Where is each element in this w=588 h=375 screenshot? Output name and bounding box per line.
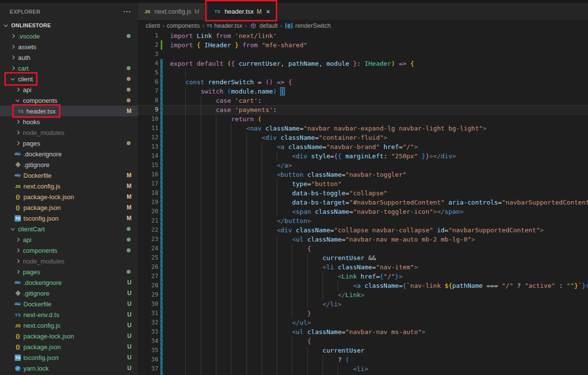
- code-line-24[interactable]: 24 {: [138, 244, 588, 253]
- code-token: [360, 282, 364, 289]
- indent-guide: [292, 262, 292, 272]
- tree-item-package-lock.json[interactable]: {}package-lock.jsonM: [0, 191, 138, 202]
- code-line-25[interactable]: 25 currentUser &&: [138, 253, 588, 262]
- indent-guide: [201, 142, 201, 151]
- close-icon[interactable]: ×: [266, 8, 270, 15]
- tree-item-.vscode[interactable]: .vscode: [0, 31, 138, 41]
- code-line-32[interactable]: 32 </ul>: [138, 318, 588, 327]
- tree-item-next-env.d.ts[interactable]: TSnext-env.d.tsU: [0, 309, 138, 320]
- code-line-8[interactable]: 8 case 'cart':: [138, 96, 588, 105]
- indent-guide: [201, 179, 201, 188]
- tree-item-next.config.js[interactable]: JSnext.config.jsM: [0, 181, 138, 191]
- code-line-14[interactable]: 14 <div style={{ marginLeft: "250px" }}>…: [138, 151, 588, 161]
- code-token: const: [185, 78, 204, 86]
- code-line-29[interactable]: 29 </Link>: [138, 290, 588, 300]
- tree-item-node_modules[interactable]: node_modules: [0, 127, 138, 138]
- code-line-17[interactable]: 17 type="button": [138, 179, 588, 188]
- code-line-2[interactable]: 2import { IHeader } from "mfe-shared": [138, 40, 588, 50]
- tree-item-node_modules[interactable]: node_modules: [0, 256, 138, 266]
- tree-item-package.json[interactable]: {}package.jsonU: [0, 341, 138, 352]
- code-token: </: [277, 162, 285, 169]
- tree-item-pages[interactable]: pages: [0, 138, 138, 149]
- code-line-3[interactable]: 3: [138, 50, 588, 59]
- code-line-9[interactable]: 9 case 'payments':: [138, 105, 588, 114]
- code-line-22[interactable]: 22 <div className="collapse navbar-colla…: [138, 225, 588, 235]
- code-line-4[interactable]: 4export default ({ currentUser, pathName…: [138, 59, 588, 68]
- tree-item-next.config.js[interactable]: JSnext.config.jsU: [0, 320, 138, 331]
- tree-item-package.json[interactable]: {}package.jsonM: [0, 202, 138, 213]
- code-line-5[interactable]: 5: [138, 68, 588, 77]
- indent-guide: [216, 346, 216, 355]
- chevron-right-icon: [14, 257, 21, 265]
- tab-header.tsx[interactable]: TSheader.tsxM×: [208, 3, 276, 20]
- code-line-36[interactable]: 36 ? (: [138, 355, 588, 364]
- tree-item-package-lock.json[interactable]: {}package-lock.jsonU: [0, 331, 138, 341]
- code-line-1[interactable]: 1import Link from 'next/link': [138, 31, 588, 40]
- code-line-13[interactable]: 13 <a className="navbar-brand" href="/">: [138, 142, 588, 151]
- code-line-27[interactable]: 27 <Link href={"/"}>: [138, 272, 588, 281]
- breadcrumb-item-components[interactable]: components: [167, 22, 200, 29]
- tab-next.config.js[interactable]: JSnext.config.jsM: [138, 3, 205, 20]
- more-actions-icon[interactable]: ⋯: [123, 7, 131, 16]
- breadcrumb-item-client[interactable]: client: [146, 22, 160, 29]
- code-line-20[interactable]: 20 <span className="navbar-toggler-icon"…: [138, 207, 588, 216]
- code-line-26[interactable]: 26 <li className="nav-item">: [138, 262, 588, 272]
- code-line-10[interactable]: 10 return (: [138, 114, 588, 124]
- code-line-30[interactable]: 30 </li>: [138, 300, 588, 309]
- code-line-7[interactable]: 7 switch (module.name) {: [138, 87, 588, 96]
- tree-item-tsconfig.json[interactable]: TStsconfig.jsonM: [0, 213, 138, 224]
- tree-item-api[interactable]: api: [0, 84, 138, 95]
- tree-item-clientCart[interactable]: clientCart: [0, 224, 138, 234]
- code-line-34[interactable]: 34 {: [138, 337, 588, 346]
- tree-item-cart[interactable]: cart: [0, 63, 138, 74]
- tree-item-.gitignore[interactable]: .gitignoreU: [0, 288, 138, 299]
- code-line-15[interactable]: 15 </a>: [138, 161, 588, 170]
- code-line-28[interactable]: 28 <a className={`nav-link ${pathName ==…: [138, 281, 588, 290]
- indent-guide: [185, 281, 186, 290]
- code-line-33[interactable]: 33 <ul className="navbar-nav ms-auto">: [138, 327, 588, 337]
- tree-item-api[interactable]: api: [0, 234, 138, 245]
- tree-item-components[interactable]: components: [0, 95, 138, 106]
- indent-guide: [277, 272, 277, 281]
- indent-guide: [201, 300, 201, 309]
- tree-item-auth[interactable]: auth: [0, 52, 138, 63]
- tree-item-header.tsx[interactable]: TSheader.tsxM: [0, 106, 138, 116]
- code-line-31[interactable]: 31 }: [138, 309, 588, 318]
- tree-item-.gitignore[interactable]: .gitignore: [0, 159, 138, 170]
- code-line-19[interactable]: 19 data-bs-target="#navbarSupportedConte…: [138, 198, 588, 207]
- tree-item-Dockerfile[interactable]: DockerfileM: [0, 170, 138, 181]
- code-token: [277, 88, 281, 95]
- tree-item-tsconfig.json[interactable]: TStsconfig.jsonU: [0, 352, 138, 363]
- tree-item-.dockerignore[interactable]: .dockerignore: [0, 149, 138, 159]
- gutter-spacer: [160, 31, 163, 40]
- breadcrumb-item-default[interactable]: default: [249, 22, 278, 30]
- indent-guide: [216, 151, 216, 161]
- tree-item-client[interactable]: client: [0, 74, 138, 84]
- tree-item-assets[interactable]: assets: [0, 41, 138, 52]
- code-line-18[interactable]: 18 data-bs-toggle="collapse": [138, 188, 588, 198]
- tree-item-label: node_modules: [23, 129, 64, 136]
- code-line-11[interactable]: 11 <nav className="navbar navbar-expand-…: [138, 124, 588, 133]
- tree-root-onlinestore[interactable]: ONLINESTORE: [0, 20, 138, 31]
- code-line-6[interactable]: 6 const renderSwitch = () => {: [138, 77, 588, 87]
- breadcrumb-item-header.tsx[interactable]: TSheader.tsx: [207, 22, 242, 29]
- code-line-35[interactable]: 35 currentUser: [138, 346, 588, 355]
- code-token: [303, 236, 307, 243]
- breadcrumb-item-renderSwitch[interactable]: [@]renderSwitch: [285, 22, 331, 29]
- code-token: =: [498, 199, 502, 206]
- code-editor[interactable]: 1import Link from 'next/link'2import { I…: [138, 31, 588, 375]
- tree-item-.dockerignore[interactable]: .dockerignoreU: [0, 277, 138, 288]
- code-line-16[interactable]: 16 <button className="navbar-toggler": [138, 170, 588, 179]
- git-status-badge: U: [127, 322, 132, 329]
- indent-guide: [185, 151, 186, 161]
- indent-guide: [262, 309, 262, 318]
- code-line-12[interactable]: 12 <div className="container-fluid">: [138, 133, 588, 142]
- code-line-23[interactable]: 23 <ul className="navbar-nav me-auto mb-…: [138, 235, 588, 244]
- code-line-37[interactable]: 37 <li>: [138, 364, 588, 374]
- tree-item-pages[interactable]: pages: [0, 266, 138, 277]
- tree-item-hooks[interactable]: hooks: [0, 116, 138, 127]
- tree-item-Dockerfile[interactable]: DockerfileU: [0, 299, 138, 309]
- tree-item-yarn.lock[interactable]: yarn.lockU: [0, 363, 138, 374]
- tree-item-components[interactable]: components: [0, 245, 138, 256]
- code-line-21[interactable]: 21 </button>: [138, 216, 588, 225]
